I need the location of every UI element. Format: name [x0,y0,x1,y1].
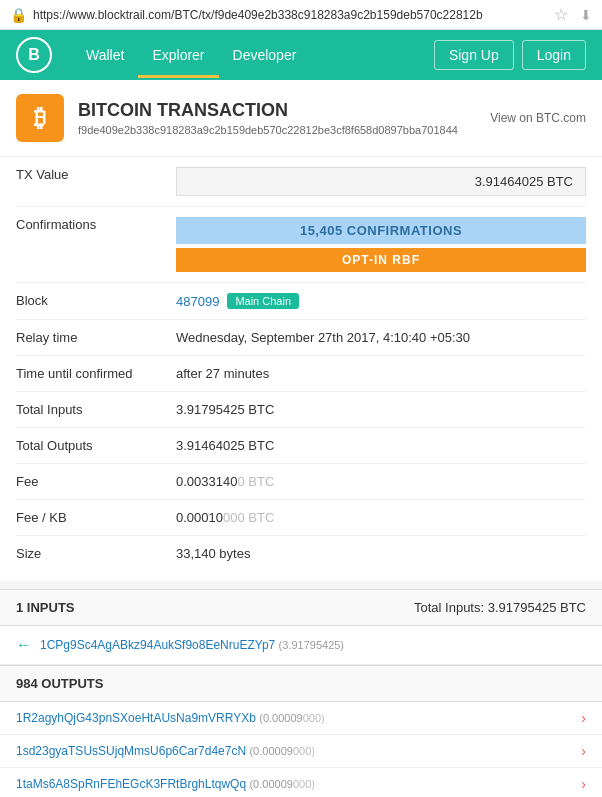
fee-kb-main: 0.00010 [176,510,223,525]
tx-value-row: TX Value 3.91464025 BTC [16,157,586,207]
fee-row: Fee 0.0033140 0 BTC [16,464,586,500]
block-label: Block [16,293,176,308]
output-item-0[interactable]: 1R2agyhQjG43pnSXoeHtAUsNa9mVRRYXb (0.000… [0,702,602,735]
bookmark-icon[interactable]: ☆ [554,5,568,24]
inputs-total: Total Inputs: 3.91795425 BTC [414,600,586,615]
signup-button[interactable]: Sign Up [434,40,514,70]
confirmations-label: Confirmations [16,217,176,232]
nav-links: Wallet Explorer Developer [72,32,434,78]
login-button[interactable]: Login [522,40,586,70]
outputs-title: 984 OUTPUTS [16,676,103,691]
outputs-section-header: 984 OUTPUTS [0,665,602,702]
nav-developer[interactable]: Developer [219,32,311,78]
fee-kb-label: Fee / KB [16,510,176,525]
inputs-title: 1 INPUTS [16,600,75,615]
total-outputs-label: Total Outputs [16,438,176,453]
arrow-right-icon-2: › [581,776,586,792]
total-inputs-value: 3.91795425 BTC [176,402,586,417]
total-inputs-label: Total Inputs [16,402,176,417]
tx-hash: f9de409e2b338c918283a9c2b159deb570c22812… [78,124,458,136]
confirmations-row: Confirmations 15,405 CONFIRMATIONS OPT-I… [16,207,586,283]
time-row: Time until confirmed after 27 minutes [16,356,586,392]
input-item-0[interactable]: ← 1CPg9Sc4AgABkz94AukSf9o8EeNruEZYp7 (3.… [0,626,602,665]
time-value: after 27 minutes [176,366,586,381]
nav-right: Sign Up Login [434,40,586,70]
confirmations-field: 15,405 CONFIRMATIONS OPT-IN RBF [176,217,586,272]
tx-value-field: 3.91464025 BTC [176,167,586,196]
size-value: 33,140 bytes [176,546,586,561]
inputs-section-header: 1 INPUTS Total Inputs: 3.91795425 BTC [0,589,602,626]
tx-value-label: TX Value [16,167,176,182]
relay-row: Relay time Wednesday, September 27th 201… [16,320,586,356]
view-on-btc-link[interactable]: View on BTC.com [490,111,586,125]
output-address-0: 1R2agyhQjG43pnSXoeHtAUsNa9mVRRYXb (0.000… [16,711,325,725]
total-outputs-value: 3.91464025 BTC [176,438,586,453]
size-label: Size [16,546,176,561]
output-item-2[interactable]: 1taMs6A8SpRnFEhEGcK3FRtBrghLtqwQq (0.000… [0,768,602,797]
total-inputs-row: Total Inputs 3.91795425 BTC [16,392,586,428]
secure-icon: 🔒 [10,7,27,23]
fee-field: 0.0033140 0 BTC [176,474,586,489]
arrow-right-icon-0: › [581,710,586,726]
arrow-left-icon: ← [16,636,32,654]
tx-table: TX Value 3.91464025 BTC Confirmations 15… [0,157,602,581]
btc-logo: ₿ [16,94,64,142]
nav-bar: B Wallet Explorer Developer Sign Up Logi… [0,30,602,80]
logo[interactable]: B [16,37,52,73]
relay-value: Wednesday, September 27th 2017, 4:10:40 … [176,330,586,345]
time-label: Time until confirmed [16,366,176,381]
url-text: https://www.blocktrail.com/BTC/tx/f9de40… [33,8,483,22]
tx-header-left: ₿ BITCOIN TRANSACTION f9de409e2b338c9182… [16,94,458,142]
output-address-1: 1sd23gyaTSUsSUjqMmsU6p6Car7d4e7cN (0.000… [16,744,315,758]
rbf-badge: OPT-IN RBF [176,248,586,272]
nav-wallet[interactable]: Wallet [72,32,138,78]
fee-kb-field: 0.00010 000 BTC [176,510,586,525]
tx-info: BITCOIN TRANSACTION f9de409e2b338c918283… [78,100,458,136]
fee-kb-dim: 000 BTC [223,510,274,525]
size-row: Size 33,140 bytes [16,536,586,571]
logo-letter: B [28,46,40,64]
nav-explorer[interactable]: Explorer [138,32,218,78]
url-bar: 🔒 https://www.blocktrail.com/BTC/tx/f9de… [0,0,602,30]
main-chain-badge: Main Chain [227,293,299,309]
fee-kb-row: Fee / KB 0.00010 000 BTC [16,500,586,536]
download-icon[interactable]: ⬇ [580,7,592,23]
input-address-0: 1CPg9Sc4AgABkz94AukSf9o8EeNruEZYp7 (3.91… [40,638,344,652]
block-field: 487099 Main Chain [176,293,586,309]
fee-dim: 0 BTC [237,474,274,489]
total-outputs-row: Total Outputs 3.91464025 BTC [16,428,586,464]
relay-label: Relay time [16,330,176,345]
block-number[interactable]: 487099 [176,294,219,309]
tx-value-box: 3.91464025 BTC [176,167,586,196]
confirmations-badge: 15,405 CONFIRMATIONS [176,217,586,244]
tx-header: ₿ BITCOIN TRANSACTION f9de409e2b338c9182… [0,80,602,157]
output-list: 1R2agyhQjG43pnSXoeHtAUsNa9mVRRYXb (0.000… [0,702,602,797]
fee-label: Fee [16,474,176,489]
fee-main: 0.0033140 [176,474,237,489]
block-row: Block 487099 Main Chain [16,283,586,320]
output-address-2: 1taMs6A8SpRnFEhEGcK3FRtBrghLtqwQq (0.000… [16,777,315,791]
tx-title: BITCOIN TRANSACTION [78,100,458,121]
arrow-right-icon-1: › [581,743,586,759]
output-item-1[interactable]: 1sd23gyaTSUsSUjqMmsU6p6Car7d4e7cN (0.000… [0,735,602,768]
btc-symbol: ₿ [34,104,46,132]
